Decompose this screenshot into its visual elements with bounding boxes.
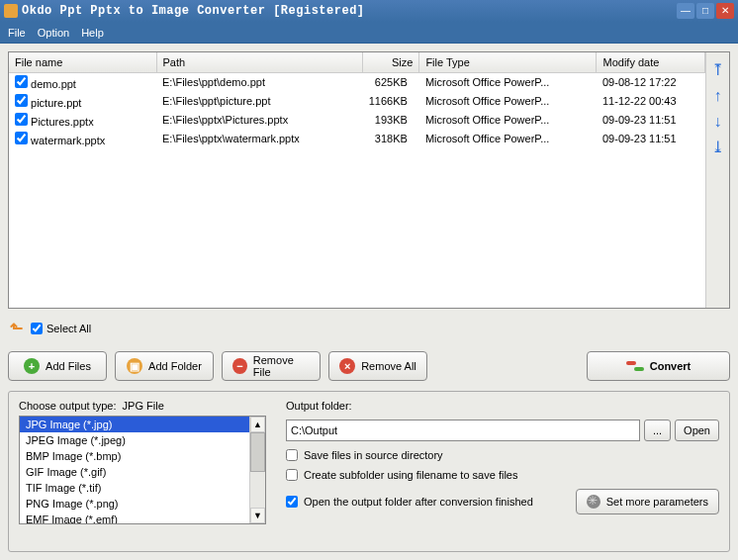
- remove-all-button[interactable]: × Remove All: [328, 351, 427, 381]
- file-date: 09-09-23 11:51: [597, 111, 705, 130]
- output-type-item[interactable]: JPG Image (*.jpg): [20, 417, 249, 432]
- row-checkbox[interactable]: [15, 94, 28, 107]
- file-list-panel: File name Path Size File Type Modify dat…: [8, 51, 730, 309]
- open-after-label: Open the output folder after conversion …: [304, 496, 533, 508]
- more-parameters-label: Set more parameters: [606, 496, 708, 508]
- browse-button[interactable]: ...: [644, 420, 671, 441]
- col-header-type[interactable]: File Type: [419, 52, 597, 72]
- plus-icon: +: [24, 358, 40, 374]
- file-name: Pictures.pptx: [31, 116, 94, 128]
- listbox-scrollbar[interactable]: ▲ ▼: [249, 417, 265, 523]
- add-folder-button[interactable]: ▣ Add Folder: [115, 351, 214, 381]
- reorder-toolbar: ⤒ ↑ ↓ ⤓: [705, 52, 729, 308]
- remove-all-label: Remove All: [361, 360, 416, 372]
- col-header-date[interactable]: Modify date: [597, 52, 705, 72]
- open-folder-button[interactable]: Open: [675, 420, 719, 441]
- up-folder-icon[interactable]: ⬑: [10, 319, 23, 337]
- convert-button[interactable]: Convert: [587, 351, 730, 381]
- scroll-up-icon[interactable]: ▲: [250, 417, 265, 432]
- titlebar: Okdo Ppt Pptx to Image Converter [Regist…: [0, 0, 738, 22]
- convert-icon: [626, 359, 644, 373]
- open-after-checkbox[interactable]: [286, 496, 298, 508]
- file-path: E:\Files\ppt\demo.ppt: [156, 72, 363, 92]
- scroll-thumb[interactable]: [250, 432, 265, 472]
- output-type-item[interactable]: EMF Image (*.emf): [20, 512, 249, 523]
- close-button[interactable]: ✕: [716, 3, 734, 19]
- scroll-down-icon[interactable]: ▼: [250, 508, 265, 523]
- output-folder-input[interactable]: [286, 420, 640, 441]
- file-table: File name Path Size File Type Modify dat…: [9, 52, 705, 148]
- table-row[interactable]: watermark.pptxE:\Files\pptx\watermark.pp…: [9, 130, 705, 148]
- move-top-icon[interactable]: ⤒: [710, 62, 726, 78]
- minus-icon: −: [232, 358, 247, 374]
- file-type: Microsoft Office PowerP...: [419, 130, 597, 148]
- row-checkbox[interactable]: [15, 75, 28, 88]
- col-header-size[interactable]: Size: [363, 52, 419, 72]
- file-date: 09-09-23 11:51: [597, 130, 705, 148]
- output-type-listbox[interactable]: JPG Image (*.jpg)JPEG Image (*.jpeg)BMP …: [19, 416, 266, 524]
- file-date: 09-08-12 17:22: [597, 72, 705, 92]
- output-type-label: Choose output type: JPG File: [19, 400, 266, 412]
- file-path: E:\Files\ppt\picture.ppt: [156, 92, 363, 111]
- folder-icon: ▣: [127, 358, 142, 374]
- file-date: 11-12-22 00:43: [597, 92, 705, 111]
- menu-help[interactable]: Help: [81, 27, 104, 39]
- select-all-checkbox[interactable]: [31, 323, 43, 334]
- file-type: Microsoft Office PowerP...: [419, 111, 597, 130]
- file-name: demo.ppt: [31, 78, 76, 90]
- menubar: File Option Help: [0, 22, 738, 44]
- table-row[interactable]: demo.pptE:\Files\ppt\demo.ppt625KBMicros…: [9, 72, 705, 92]
- window-title: Okdo Ppt Pptx to Image Converter [Regist…: [22, 4, 677, 18]
- output-type-item[interactable]: JPEG Image (*.jpeg): [20, 432, 249, 448]
- app-icon: [4, 4, 18, 18]
- file-size: 1166KB: [363, 92, 419, 111]
- move-bottom-icon[interactable]: ⤓: [710, 140, 726, 155]
- save-source-checkbox[interactable]: [286, 449, 298, 461]
- file-path: E:\Files\pptx\Pictures.pptx: [156, 111, 363, 130]
- more-parameters-button[interactable]: Set more parameters: [576, 489, 719, 514]
- file-name: watermark.pptx: [31, 135, 105, 146]
- col-header-path[interactable]: Path: [156, 52, 363, 72]
- minimize-button[interactable]: —: [677, 3, 694, 19]
- table-row[interactable]: picture.pptE:\Files\ppt\picture.ppt1166K…: [9, 92, 705, 111]
- subfolder-label: Create subfolder using filename to save …: [304, 469, 517, 481]
- table-row[interactable]: Pictures.pptxE:\Files\pptx\Pictures.pptx…: [9, 111, 705, 130]
- add-files-button[interactable]: + Add Files: [8, 351, 107, 381]
- menu-option[interactable]: Option: [38, 27, 69, 39]
- gear-icon: [587, 495, 600, 509]
- select-all-label: Select All: [46, 323, 91, 334]
- move-down-icon[interactable]: ↓: [710, 114, 726, 130]
- remove-file-label: Remove File: [253, 354, 310, 378]
- output-type-item[interactable]: GIF Image (*.gif): [20, 464, 249, 480]
- file-size: 625KB: [363, 72, 419, 92]
- file-name: picture.ppt: [31, 97, 81, 109]
- output-type-item[interactable]: PNG Image (*.png): [20, 496, 249, 512]
- convert-label: Convert: [650, 360, 692, 372]
- file-type: Microsoft Office PowerP...: [419, 72, 597, 92]
- remove-file-button[interactable]: − Remove File: [222, 351, 321, 381]
- add-files-label: Add Files: [46, 360, 91, 372]
- maximize-button[interactable]: □: [696, 3, 714, 19]
- add-folder-label: Add Folder: [148, 360, 202, 372]
- output-type-item[interactable]: TIF Image (*.tif): [20, 480, 249, 496]
- menu-file[interactable]: File: [8, 27, 26, 39]
- file-type: Microsoft Office PowerP...: [419, 92, 597, 111]
- file-size: 193KB: [363, 111, 419, 130]
- row-checkbox[interactable]: [15, 132, 28, 144]
- row-checkbox[interactable]: [15, 113, 28, 126]
- col-header-name[interactable]: File name: [9, 52, 156, 72]
- output-folder-label: Output folder:: [286, 400, 719, 412]
- save-source-label: Save files in source directory: [304, 449, 443, 461]
- file-path: E:\Files\pptx\watermark.pptx: [156, 130, 363, 148]
- output-type-item[interactable]: BMP Image (*.bmp): [20, 448, 249, 464]
- move-up-icon[interactable]: ↑: [710, 88, 726, 104]
- file-size: 318KB: [363, 130, 419, 148]
- x-icon: ×: [339, 358, 355, 374]
- subfolder-checkbox[interactable]: [286, 469, 298, 481]
